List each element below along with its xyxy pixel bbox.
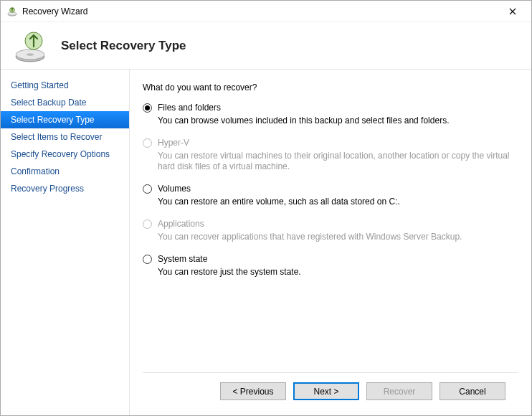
option-desc: You can recover applications that have r… bbox=[158, 232, 518, 242]
option-body: System stateYou can restore just the sys… bbox=[158, 254, 518, 278]
app-icon bbox=[6, 6, 18, 17]
option-body: Hyper-VYou can restore virtual machines … bbox=[158, 138, 518, 172]
svg-point-5 bbox=[27, 53, 34, 56]
sidebar-item-select-backup-date[interactable]: Select Backup Date bbox=[1, 94, 129, 111]
sidebar-item-select-items-to-recover[interactable]: Select Items to Recover bbox=[1, 128, 129, 146]
sidebar-item-select-recovery-type[interactable]: Select Recovery Type bbox=[1, 111, 129, 128]
options-group: Files and foldersYou can browse volumes … bbox=[143, 103, 518, 372]
radio-volumes[interactable] bbox=[143, 184, 152, 194]
sidebar-item-specify-recovery-options[interactable]: Specify Recovery Options bbox=[1, 146, 129, 163]
next-button[interactable]: Next > bbox=[293, 382, 359, 400]
option-system-state[interactable]: System stateYou can restore just the sys… bbox=[143, 254, 518, 278]
recovery-icon bbox=[12, 28, 48, 64]
titlebar: Recovery Wizard bbox=[1, 1, 531, 22]
sidebar-item-recovery-progress[interactable]: Recovery Progress bbox=[1, 180, 129, 197]
cancel-button[interactable]: Cancel bbox=[440, 382, 505, 400]
radio-system-state[interactable] bbox=[143, 255, 152, 264]
option-label: Files and folders bbox=[158, 103, 518, 113]
recover-button[interactable]: Recover bbox=[366, 382, 432, 400]
recovery-wizard-window: Recovery Wizard Select Recovery Type Get… bbox=[0, 0, 532, 416]
sidebar-item-getting-started[interactable]: Getting Started bbox=[1, 77, 129, 94]
wizard-footer: < Previous Next > Recover Cancel bbox=[143, 372, 518, 410]
option-body: ApplicationsYou can recover applications… bbox=[158, 219, 518, 242]
close-button[interactable] bbox=[497, 1, 528, 22]
sidebar-item-confirmation[interactable]: Confirmation bbox=[1, 163, 129, 180]
option-hyper-v: Hyper-VYou can restore virtual machines … bbox=[143, 138, 518, 172]
option-desc: You can browse volumes included in this … bbox=[158, 115, 518, 126]
option-desc: You can restore just the system state. bbox=[158, 267, 518, 278]
previous-button[interactable]: < Previous bbox=[220, 382, 286, 400]
option-body: VolumesYou can restore an entire volume,… bbox=[158, 184, 518, 207]
option-label: Volumes bbox=[158, 184, 518, 194]
option-volumes[interactable]: VolumesYou can restore an entire volume,… bbox=[143, 184, 518, 207]
option-desc: You can restore an entire volume, such a… bbox=[158, 197, 518, 207]
radio-hyper-v bbox=[143, 138, 152, 148]
option-label: Applications bbox=[158, 219, 518, 230]
option-files-folders[interactable]: Files and foldersYou can browse volumes … bbox=[143, 103, 518, 126]
option-label: Hyper-V bbox=[158, 138, 518, 148]
window-title: Recovery Wizard bbox=[22, 6, 497, 16]
sidebar: Getting StartedSelect Backup DateSelect … bbox=[1, 70, 130, 415]
radio-files-folders[interactable] bbox=[143, 103, 152, 113]
question-text: What do you want to recover? bbox=[143, 82, 518, 93]
wizard-body: Getting StartedSelect Backup DateSelect … bbox=[1, 70, 531, 415]
page-title: Select Recovery Type bbox=[61, 39, 186, 53]
option-applications: ApplicationsYou can recover applications… bbox=[143, 219, 518, 242]
radio-applications bbox=[143, 219, 152, 229]
wizard-header: Select Recovery Type bbox=[1, 22, 531, 70]
option-desc: You can restore virtual machines to thei… bbox=[158, 151, 518, 172]
option-label: System state bbox=[158, 254, 518, 265]
content-panel: What do you want to recover? Files and f… bbox=[130, 70, 531, 415]
option-body: Files and foldersYou can browse volumes … bbox=[158, 103, 518, 126]
